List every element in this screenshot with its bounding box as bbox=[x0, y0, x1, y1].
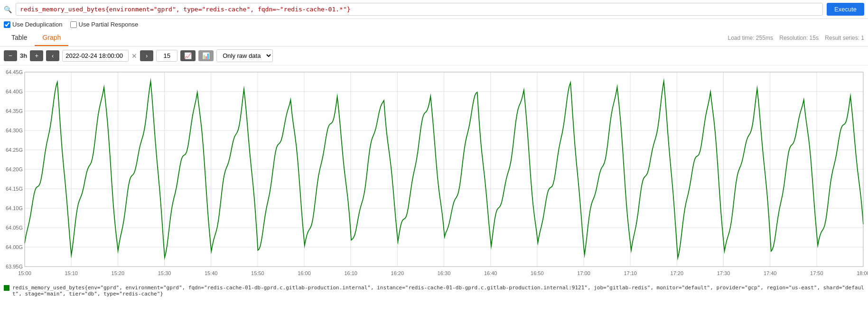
options-bar: Use Deduplication Use Partial Response bbox=[0, 19, 868, 30]
tab-graph[interactable]: Graph bbox=[35, 30, 68, 46]
search-icon: 🔍 bbox=[4, 6, 12, 13]
query-input[interactable] bbox=[16, 3, 823, 16]
chart-canvas bbox=[0, 67, 868, 281]
chart-container bbox=[0, 65, 868, 283]
datetime-input[interactable] bbox=[62, 50, 129, 62]
clear-datetime-button[interactable]: ✕ bbox=[131, 52, 137, 60]
legend-bar: redis_memory_used_bytes{env="gprd", envi… bbox=[0, 283, 868, 300]
load-time: Load time: 255ms bbox=[728, 35, 773, 41]
tab-table[interactable]: Table bbox=[4, 30, 35, 46]
duration-display: 3h bbox=[20, 52, 27, 59]
result-series: Result series: 1 bbox=[825, 35, 864, 41]
minus-button[interactable]: − bbox=[4, 50, 17, 61]
tab-meta: Load time: 255ms Resolution: 15s Result … bbox=[728, 33, 865, 43]
partial-response-checkbox-label[interactable]: Use Partial Response bbox=[70, 21, 139, 28]
legend-text: redis_memory_used_bytes{env="gprd", envi… bbox=[12, 285, 864, 297]
deduplication-checkbox-label[interactable]: Use Deduplication bbox=[4, 21, 63, 28]
tabs-left: Table Graph bbox=[4, 30, 68, 46]
partial-response-checkbox[interactable] bbox=[70, 21, 77, 28]
legend-color-swatch bbox=[4, 285, 9, 291]
next-button[interactable]: › bbox=[140, 50, 153, 61]
plus-button[interactable]: + bbox=[30, 50, 43, 61]
tabs-bar: Table Graph Load time: 255ms Resolution:… bbox=[0, 30, 868, 46]
deduplication-label: Use Deduplication bbox=[12, 21, 63, 28]
partial-response-label: Use Partial Response bbox=[79, 21, 139, 28]
stacked-chart-button[interactable]: 📊 bbox=[198, 50, 214, 61]
execute-button[interactable]: Execute bbox=[827, 3, 864, 16]
deduplication-checkbox[interactable] bbox=[4, 21, 10, 28]
graph-controls: − 3h + ‹ ✕ › 📈 📊 Only raw data Stacked bbox=[0, 46, 868, 65]
line-chart-button[interactable]: 📈 bbox=[180, 50, 196, 61]
top-bar: 🔍 Execute bbox=[0, 0, 868, 19]
resolution: Resolution: 15s bbox=[779, 35, 819, 41]
step-input[interactable] bbox=[156, 50, 177, 62]
prev-button[interactable]: ‹ bbox=[46, 50, 59, 61]
raw-data-select[interactable]: Only raw data Stacked bbox=[216, 49, 273, 62]
